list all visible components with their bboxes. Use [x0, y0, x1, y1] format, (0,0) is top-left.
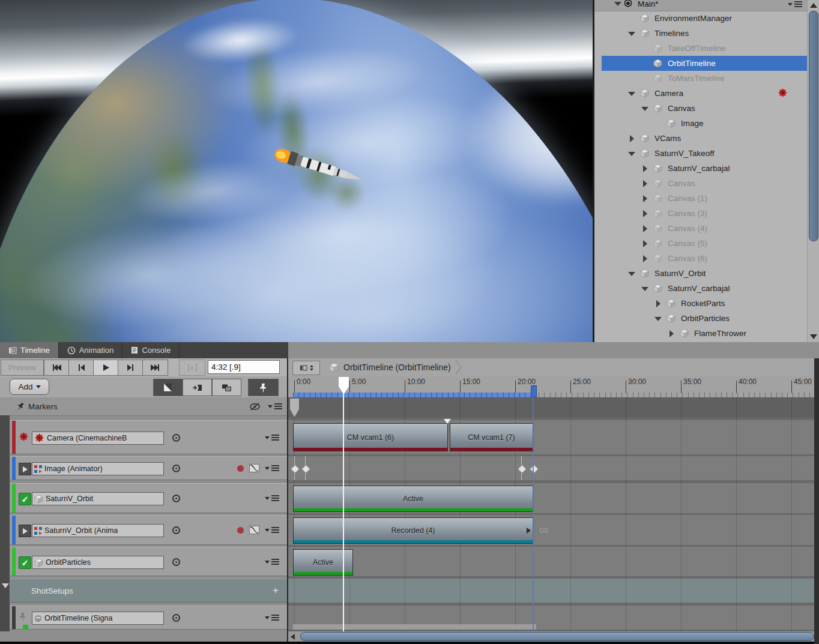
markers-row-lane[interactable]: [288, 397, 814, 418]
pin-markers-button[interactable]: [248, 379, 279, 396]
foldout-down-icon[interactable]: [641, 104, 649, 113]
tab-timeline[interactable]: Timeline: [0, 342, 59, 358]
horizontal-scrollbar-thumb[interactable]: [300, 632, 814, 641]
foldout-right-icon[interactable]: [641, 194, 649, 203]
clip-cm-vcam1-7-[interactable]: CM vcam1 (7): [450, 423, 533, 451]
breadcrumb[interactable]: OrbitTimeline (OrbitTimeline): [329, 360, 462, 375]
track-object-field[interactable]: Camera (CinemachineB: [32, 432, 164, 445]
animation-track-icon[interactable]: [19, 463, 31, 475]
track-binding-target-icon[interactable]: [172, 465, 180, 472]
time-field[interactable]: 4:32 [.9]: [208, 360, 280, 374]
hierarchy-scene-row[interactable]: Main*: [594, 0, 819, 11]
track-group-header-shotsetups[interactable]: ShotSetups+: [10, 579, 287, 603]
hierarchy-item-flamethrower[interactable]: FlameThrower: [602, 326, 819, 341]
hierarchy-item-canvas-5-[interactable]: Canvas (5): [602, 236, 819, 251]
scene-foldout-arrow[interactable]: [614, 0, 622, 8]
hierarchy-item-saturnv-carbajal[interactable]: SaturnV_carbajal: [602, 281, 819, 296]
track-object-field[interactable]: Image (Animator): [32, 462, 164, 475]
hierarchy-item-canvas-6-[interactable]: Canvas (6): [602, 251, 819, 266]
track-object-field[interactable]: OrbitParticles: [32, 556, 164, 569]
timeline-content-area[interactable]: CM vcam1 (6)CM vcam1 (7)ActiveRecorded (…: [288, 397, 814, 631]
go-to-end-button[interactable]: [142, 360, 168, 376]
scroll-down-icon[interactable]: [810, 334, 817, 339]
group-foldout-arrow[interactable]: [2, 583, 9, 588]
track-binding-target-icon[interactable]: [172, 434, 180, 442]
hierarchy-scrollbar-thumb[interactable]: [809, 11, 818, 241]
hierarchy-item-image[interactable]: Image: [602, 116, 819, 131]
timeline-options-button[interactable]: [292, 361, 320, 375]
next-frame-button[interactable]: [118, 360, 144, 376]
hierarchy-item-canvas-1-[interactable]: Canvas (1): [602, 191, 819, 206]
foldout-right-icon[interactable]: [627, 134, 636, 143]
track-object-field[interactable]: OrbitTimeline (Signa: [32, 612, 164, 625]
track-active-checkbox[interactable]: ✓: [19, 556, 31, 569]
go-to-start-button[interactable]: [44, 360, 70, 376]
replace-mode-button[interactable]: [212, 379, 241, 396]
track-header-animation-1[interactable]: Image (Animator): [10, 456, 287, 480]
hierarchy-menu-button[interactable]: [788, 1, 802, 7]
add-button[interactable]: Add: [10, 379, 49, 395]
game-view[interactable]: [0, 0, 593, 342]
track-header-activation-4[interactable]: ✓OrbitParticles: [10, 547, 287, 576]
hierarchy-item-saturnv-orbit[interactable]: SaturnV_Orbit: [602, 266, 819, 281]
track-menu-button[interactable]: [265, 465, 279, 471]
time-ruler[interactable]: 0:005:0010:0015:0020:0025:0030:0035:0040…: [288, 376, 819, 397]
record-toggle-button[interactable]: [237, 527, 244, 534]
track-lane-group[interactable]: [288, 579, 814, 603]
scroll-up-icon[interactable]: [810, 3, 817, 8]
hierarchy-item-saturnv-carbajal[interactable]: SaturnV_carbajal: [602, 161, 819, 176]
cinemachine-track-icon[interactable]: [19, 432, 30, 444]
markers-menu-button[interactable]: [268, 403, 282, 409]
duration-end-marker[interactable]: [531, 385, 537, 397]
hierarchy-item-vcams[interactable]: VCams: [602, 131, 819, 146]
track-menu-button[interactable]: [265, 495, 279, 501]
track-menu-button[interactable]: [265, 435, 279, 441]
curves-toggle-button[interactable]: [249, 464, 260, 473]
scroll-left-icon[interactable]: [291, 634, 295, 640]
tab-animation[interactable]: Animation: [59, 342, 123, 358]
foldout-down-icon[interactable]: [654, 314, 662, 323]
foldout-right-icon[interactable]: [641, 179, 649, 188]
hierarchy-item-camera[interactable]: Camera: [602, 86, 819, 101]
hierarchy-item-timelines[interactable]: Timelines: [602, 26, 819, 41]
track-menu-button[interactable]: [265, 559, 279, 565]
clip-active[interactable]: Active: [293, 549, 353, 576]
foldout-right-icon[interactable]: [654, 299, 662, 308]
record-toggle-button[interactable]: [237, 465, 244, 472]
track-binding-target-icon[interactable]: [172, 495, 180, 502]
hierarchy-item-tomarstimeline[interactable]: ToMarsTimeline: [602, 71, 819, 86]
track-binding-target-icon[interactable]: [172, 526, 180, 534]
clip-split-marker[interactable]: [444, 419, 451, 424]
hierarchy-item-environmentmanager[interactable]: EnvironmentManager: [602, 11, 819, 26]
tab-console[interactable]: Console: [122, 342, 180, 358]
preview-button[interactable]: Preview: [1, 360, 44, 376]
foldout-down-icon[interactable]: [627, 89, 636, 98]
track-header-cinemachine-0[interactable]: Camera (CinemachineB: [10, 420, 287, 454]
foldout-right-icon[interactable]: [641, 209, 649, 218]
track-active-checkbox[interactable]: ✓: [19, 493, 31, 505]
track-header-animation-3[interactable]: SaturnV_Orbit (Anima: [10, 515, 287, 545]
track-binding-target-icon[interactable]: [172, 614, 180, 622]
foldout-down-icon[interactable]: [627, 149, 636, 158]
foldout-down-icon[interactable]: [627, 29, 636, 38]
clip-cm-vcam1-6-[interactable]: CM vcam1 (6): [293, 423, 448, 451]
hierarchy-item-saturnv-takeoff[interactable]: SaturnV_Takeoff: [602, 146, 819, 161]
clip-recorded-4-[interactable]: Recorded (4): [293, 517, 533, 544]
hierarchy-item-canvas-4-[interactable]: Canvas (4): [602, 221, 819, 236]
hierarchy-scrollbar[interactable]: [807, 0, 819, 342]
mix-mode-button[interactable]: [153, 379, 183, 396]
track-lane-animation[interactable]: [288, 456, 814, 480]
track-header-activation-2[interactable]: ✓SaturnV_Orbit: [10, 483, 287, 513]
track-lane-activation[interactable]: [288, 547, 814, 576]
hierarchy-item-canvas-3-[interactable]: Canvas (3): [602, 206, 819, 221]
curves-toggle-button[interactable]: [249, 526, 260, 535]
track-binding-target-icon[interactable]: [172, 558, 180, 566]
track-header-signal-6[interactable]: OrbitTimeline (Signa: [10, 606, 287, 630]
hierarchy-item-canvas[interactable]: Canvas: [602, 101, 819, 116]
markers-track-header[interactable]: Markers: [0, 397, 287, 416]
horizontal-scrollbar[interactable]: [288, 631, 819, 642]
foldout-right-icon[interactable]: [667, 330, 675, 338]
marker-visibility-icon[interactable]: [249, 402, 261, 411]
hierarchy-item-canvas[interactable]: Canvas: [602, 176, 819, 191]
group-add-button[interactable]: +: [273, 585, 279, 597]
